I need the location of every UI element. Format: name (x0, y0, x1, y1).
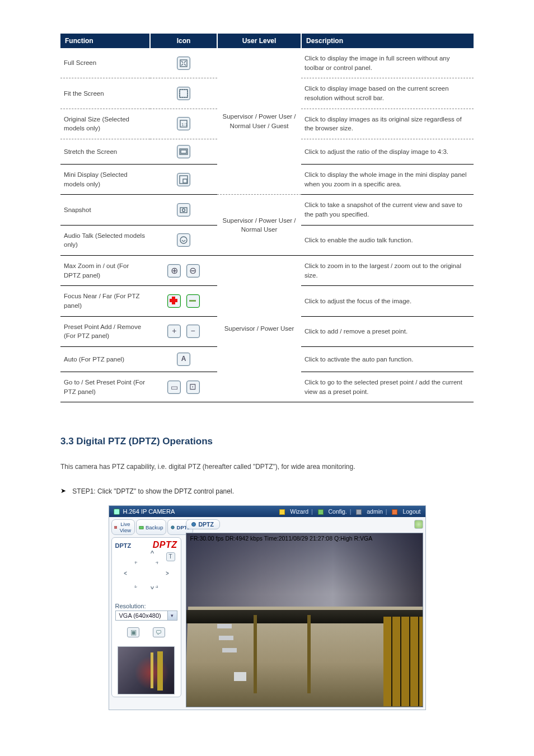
resolution-value: VGA (640x480) (116, 612, 167, 619)
fullscreen-icon (177, 57, 190, 70)
dir-right-button[interactable]: ˃ (163, 572, 172, 581)
svg-rect-0 (180, 60, 187, 67)
dptz-chip-icon (191, 522, 196, 527)
camera-titlebar-icon (114, 509, 120, 515)
svg-rect-1 (180, 90, 188, 97)
row-snapshot: Snapshot Supervisor / Power User / Norma… (60, 195, 474, 225)
svg-rect-8 (183, 179, 187, 183)
top-navigation: Wizard | Config. | admin | Logout (277, 508, 420, 515)
row-maxzoom: Max Zoom in / out (For DPTZ panel) Super… (60, 256, 474, 286)
step1-line: ➤ STEP1: Click "DPTZ" to show the DPTZ c… (60, 487, 474, 495)
dir-upleft-button[interactable]: ˄ (131, 558, 144, 571)
window-titlebar: H.264 IP CAMERA Wizard | Config. | admin… (109, 506, 425, 517)
link-wizard[interactable]: Wizard (290, 508, 308, 515)
focus-near-icon (167, 294, 181, 308)
dptz-small-label: DPTZ (115, 542, 132, 549)
user-icon (356, 509, 362, 515)
left-tabstrip: Live View Backup DPTZ (111, 519, 181, 535)
col-function: Function (60, 34, 150, 48)
svg-point-11 (180, 237, 187, 243)
preset-remove-icon (186, 325, 200, 338)
stretch-screen-icon (177, 145, 190, 158)
direction-pad: T ˄ ˅ ˂ ˃ ˄ ˄ ˄ ˄ (115, 551, 177, 599)
expand-button[interactable] (414, 520, 423, 529)
left-column: Live View Backup DPTZ DPTZ DPTZ (109, 517, 184, 710)
goto-preset-icon (167, 381, 181, 394)
dptz-tab-icon (170, 525, 175, 530)
live-video-area[interactable]: FR:30.00 fps DR:4942 kbps Time:2011/08/2… (186, 533, 423, 707)
auto-pan-icon (177, 353, 190, 366)
tab-liveview[interactable]: Live View (111, 519, 135, 535)
config-icon (318, 509, 324, 515)
chevron-down-icon[interactable]: ▾ (167, 611, 177, 620)
original-size-icon: 1:1 (177, 117, 190, 130)
video-overlay-text: FR:30.00 fps DR:4942 kbps Time:2011/08/2… (189, 534, 374, 542)
dir-downleft-button[interactable]: ˄ (131, 579, 144, 591)
dptz-control-panel: DPTZ DPTZ T ˄ ˅ ˂ ˃ ˄ ˄ ˄ ˄ Resolut (111, 537, 181, 697)
dir-left-button[interactable]: ˂ (121, 572, 130, 581)
dptz-chip[interactable]: DPTZ (186, 519, 220, 529)
tab-backup[interactable]: Backup (136, 519, 166, 535)
dptz-screenshot: H.264 IP CAMERA Wizard | Config. | admin… (109, 505, 426, 710)
section-heading: 3.3 Digital PTZ (DPTZ) Operations (60, 436, 474, 447)
row-fullscreen: Full Screen Supervisor / Power User / No… (60, 48, 474, 78)
svg-rect-12 (114, 526, 116, 528)
panel-audiotalk-button[interactable] (153, 627, 165, 637)
window-title: H.264 IP CAMERA (123, 508, 175, 515)
zoom-in-icon (167, 264, 181, 278)
step1-text: STEP1: Click "DPTZ" to show the DPTZ con… (72, 487, 234, 495)
resolution-select[interactable]: VGA (640x480) ▾ (115, 611, 177, 621)
bullet-triangle-icon: ➤ (60, 487, 66, 495)
link-config[interactable]: Config. (328, 508, 346, 515)
mini-display-thumbnail[interactable] (118, 646, 175, 694)
liveview-icon (114, 525, 117, 530)
svg-rect-7 (180, 176, 188, 184)
svg-text:1:1: 1:1 (181, 122, 188, 127)
logout-icon (392, 509, 397, 515)
wizard-icon (279, 509, 285, 515)
section-intro: This camera has PTZ capability, i.e. dig… (60, 463, 474, 471)
svg-rect-13 (139, 527, 143, 529)
audio-talk-icon (177, 233, 190, 247)
svg-point-10 (182, 209, 185, 212)
svg-point-14 (171, 526, 174, 529)
snapshot-icon (177, 203, 190, 217)
svg-point-15 (191, 523, 195, 527)
corner-t-button[interactable]: T (166, 552, 175, 561)
function-table-header: Function Icon User Level Description (60, 34, 474, 48)
col-userlevel: User Level (217, 34, 301, 48)
dptz-highlight-label: DPTZ (153, 540, 177, 550)
preset-add-icon (167, 325, 181, 338)
function-table: Full Screen Supervisor / Power User / No… (60, 48, 474, 402)
col-icon: Icon (150, 34, 217, 48)
fit-screen-icon (177, 87, 190, 100)
focus-far-icon (186, 294, 200, 308)
link-user[interactable]: admin (367, 508, 383, 515)
mini-display-icon (177, 173, 190, 186)
right-column: DPTZ FR:30.00 fps DR:4942 kbps Time:2011… (184, 517, 425, 710)
col-description: Description (301, 34, 474, 48)
zoom-out-icon (186, 264, 200, 278)
svg-rect-6 (181, 150, 186, 153)
set-preset-icon (186, 381, 200, 394)
panel-snapshot-button[interactable] (127, 627, 139, 637)
svg-rect-2 (180, 90, 188, 97)
resolution-label: Resolution: (115, 603, 177, 609)
link-logout[interactable]: Logout (402, 508, 420, 515)
backup-icon (139, 525, 144, 530)
